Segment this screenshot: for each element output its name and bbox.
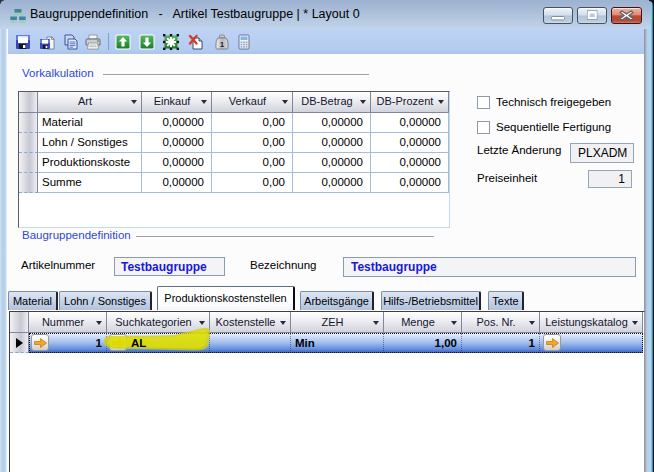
- svg-text:1: 1: [220, 40, 225, 49]
